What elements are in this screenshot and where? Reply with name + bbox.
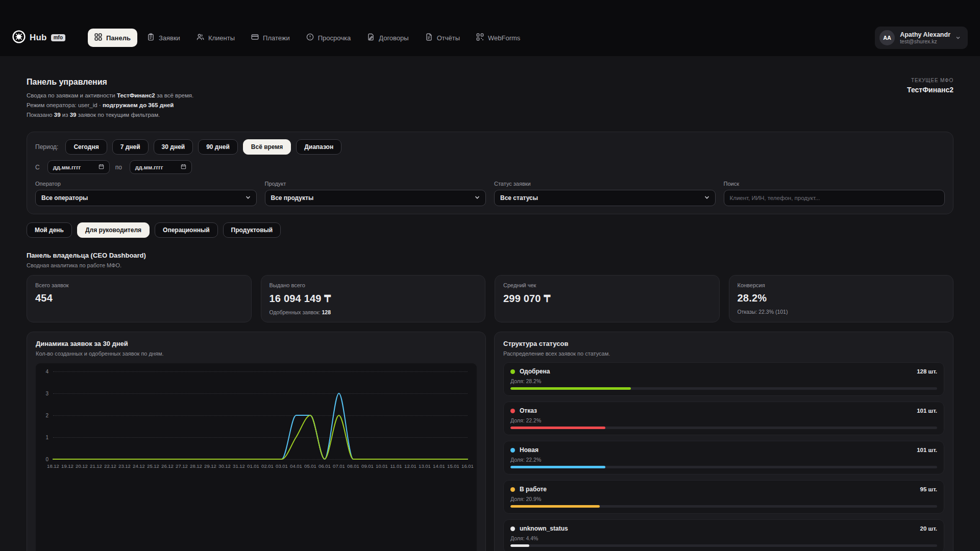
status-count: 101 шт. (917, 447, 937, 453)
top-navigation-bar: Hub mfo Панель Заявки Клиенты Платежи Пр… (0, 0, 980, 56)
nav-item-payments[interactable]: Платежи (244, 29, 297, 47)
stat-label: Выдано всего (270, 282, 477, 288)
status-share: Доля: 22.2% (510, 457, 937, 463)
status-share: Доля: 4.4% (510, 535, 937, 541)
period-alltime-button[interactable]: Всё время (243, 139, 291, 155)
status-count: 128 шт. (917, 368, 937, 374)
dashboard-view-tabs: Мой день Для руководителя Операционный П… (27, 222, 953, 238)
status-progress-track (510, 427, 937, 429)
current-mfo-label: ТЕКУЩЕЕ МФО (907, 78, 953, 83)
stat-value: 454 (35, 292, 243, 304)
product-field-label: Продукт (265, 181, 486, 187)
period-label: Период: (35, 143, 58, 151)
nav-item-reports[interactable]: Отчёты (419, 29, 467, 47)
status-progress-fill (510, 387, 631, 390)
status-progress-track (510, 466, 937, 468)
status-count: 101 шт. (917, 408, 937, 414)
status-progress-track (510, 387, 937, 390)
date-to-input[interactable]: дд.мм.гггг (130, 160, 192, 174)
nav-item-applications[interactable]: Заявки (140, 29, 187, 47)
status-share: Доля: 22.2% (510, 417, 937, 423)
status-field-label: Статус заявки (494, 181, 716, 187)
date-from-label: С (35, 164, 40, 171)
tab-for-manager[interactable]: Для руководителя (77, 222, 150, 238)
status-row: Одобрена 128 шт. Доля: 28.2% (503, 362, 944, 396)
period-90d-button[interactable]: 90 дней (198, 139, 238, 155)
nav-item-label: Договоры (379, 34, 408, 42)
status-name: Одобрена (520, 368, 912, 375)
status-name: Отказ (520, 407, 912, 414)
nav-item-clients[interactable]: Клиенты (190, 29, 241, 47)
period-today-button[interactable]: Сегодня (65, 139, 107, 155)
nav-item-label: Просрочка (318, 34, 351, 42)
chevron-down-icon (475, 194, 480, 202)
search-input[interactable] (724, 190, 945, 206)
status-share: Доля: 20.9% (510, 496, 937, 502)
nav-item-label: Панель (106, 34, 131, 42)
status-name: В работе (520, 486, 916, 493)
current-mfo-value: ТестФинанс2 (907, 86, 953, 94)
period-range-button[interactable]: Диапазон (296, 139, 341, 155)
stat-label: Средний чек (503, 282, 711, 288)
chevron-down-icon (704, 194, 709, 202)
status-count: 95 шт. (920, 486, 937, 492)
nav-item-label: WebForms (488, 34, 520, 42)
nav-item-label: Заявки (159, 34, 180, 42)
brand-badge: mfo (51, 34, 65, 41)
user-menu[interactable]: AA Apathy Alexandr test@shurex.kz (875, 27, 968, 49)
period-7d-button[interactable]: 7 дней (112, 139, 149, 155)
card-icon (251, 33, 259, 42)
stat-cards: Всего заявок 454 Выдано всего 16 094 149… (27, 275, 953, 322)
main-nav: Панель Заявки Клиенты Платежи Просрочка … (88, 29, 527, 47)
stat-value: 16 094 149 ₸ (270, 292, 477, 305)
status-row: Отказ 101 шт. Доля: 22.2% (503, 402, 944, 435)
clipboard-icon (147, 33, 155, 42)
statuses-title: Структура статусов (503, 340, 944, 347)
brand-logo[interactable]: Hub mfo (12, 30, 65, 45)
series-green (53, 415, 468, 459)
status-count: 20 шт. (920, 525, 937, 532)
user-email: test@shurex.kz (900, 38, 950, 45)
status-row: Новая 101 шт. Доля: 22.2% (503, 441, 944, 474)
nav-item-overdue[interactable]: Просрочка (300, 29, 357, 47)
qr-icon (476, 33, 484, 42)
nav-item-label: Отчёты (437, 34, 460, 42)
chart-title: Динамика заявок за 30 дней (36, 340, 477, 347)
status-dot (510, 487, 515, 492)
date-from-input[interactable]: дд.мм.гггг (47, 160, 110, 174)
tab-operational[interactable]: Операционный (155, 222, 217, 238)
status-dot (510, 409, 515, 413)
nav-item-contracts[interactable]: Договоры (360, 29, 415, 47)
applications-dynamics-panel: Динамика заявок за 30 дней Кол-во создан… (27, 332, 486, 551)
page-subtitle: Сводка по заявкам и активности ТестФинан… (27, 92, 193, 98)
status-progress-fill (510, 505, 600, 508)
period-30d-button[interactable]: 30 дней (154, 139, 193, 155)
status-progress-fill (510, 427, 605, 429)
status-structure-panel: Структура статусов Распределение всех за… (494, 332, 953, 551)
tab-product[interactable]: Продуктовый (223, 222, 281, 238)
status-dot (510, 448, 515, 453)
grid-icon (94, 33, 102, 42)
statuses-subtitle: Распределение всех заявок по статусам. (503, 350, 944, 357)
section-subtitle: Сводная аналитика по работе МФО. (27, 262, 953, 268)
stat-card-conversion: Конверсия 28.2% Отказы: 22.3% (101) (729, 275, 954, 322)
stat-card-total-issued: Выдано всего 16 094 149 ₸ Одобренных зая… (261, 275, 486, 322)
avatar: AA (879, 30, 895, 45)
status-select[interactable]: Все статусы (494, 190, 716, 206)
nav-item-label: Платежи (263, 34, 290, 42)
operator-mode-line: Режим оператора: user_id · подгружаем до… (27, 102, 193, 108)
chart-y-axis: 43210 (40, 371, 53, 459)
nav-item-webforms[interactable]: WebForms (470, 29, 527, 47)
shown-count-line: Показано 39 из 39 заявок по текущим филь… (27, 112, 193, 118)
stat-value: 299 070 ₸ (503, 292, 711, 305)
report-icon (425, 33, 433, 42)
status-share: Доля: 28.2% (510, 378, 937, 384)
nav-item-label: Клиенты (208, 34, 235, 42)
stat-value: 28.2% (738, 292, 945, 304)
tab-my-day[interactable]: Мой день (27, 222, 72, 238)
operator-select[interactable]: Все операторы (35, 190, 257, 206)
nav-item-panel[interactable]: Панель (88, 29, 137, 47)
date-to-label: по (115, 164, 122, 171)
product-select[interactable]: Все продукты (265, 190, 486, 206)
chart-x-axis: 18.1219.1220.1221.1222.1223.1224.1225.12… (53, 463, 468, 470)
